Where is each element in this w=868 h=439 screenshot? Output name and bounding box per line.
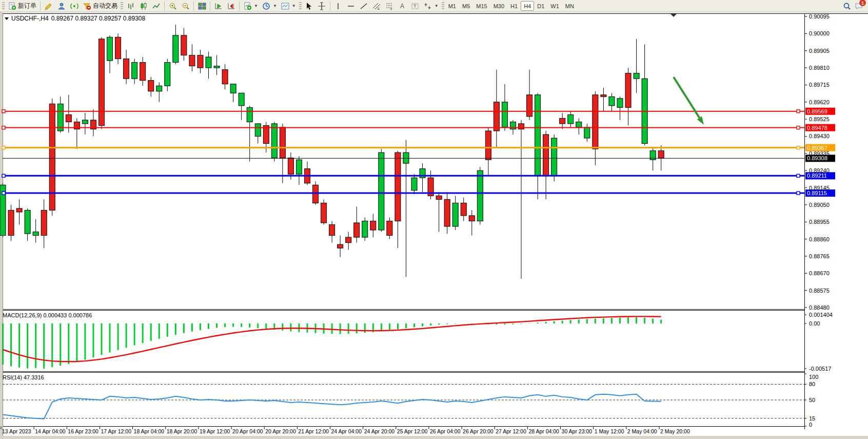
candle[interactable] [181,35,187,55]
candle[interactable] [338,244,343,248]
profile-button[interactable] [55,1,68,11]
candle[interactable] [535,95,541,176]
hline-anchor[interactable] [797,192,800,195]
candle[interactable] [469,216,475,221]
candle[interactable] [568,114,574,124]
candle[interactable] [280,127,285,158]
candle[interactable] [601,95,606,97]
candle[interactable] [560,118,565,124]
crosshair-button[interactable] [315,1,328,11]
hline-anchor[interactable] [2,126,5,129]
new-chart-button[interactable]: ▼ [241,1,260,11]
cursor-button[interactable] [303,1,315,11]
signal-button[interactable] [68,1,81,11]
chat-icon[interactable]: 1 [854,2,863,10]
hline-anchor[interactable] [797,174,800,177]
hline-anchor[interactable] [2,174,5,177]
candle[interactable] [198,55,203,68]
candle[interactable] [527,95,532,117]
text-label-button[interactable]: T [409,1,422,11]
period-button[interactable]: ▼ [260,1,279,11]
candle[interactable] [173,35,179,63]
timeframe-h4-button[interactable]: H4 [521,1,534,11]
candle[interactable] [189,55,195,66]
candle[interactable] [165,63,170,86]
chart-area[interactable]: 0.895690.894780.893670.892110.891150.893… [0,12,868,439]
candle[interactable] [288,158,293,175]
symbol-dropdown-icon[interactable] [5,17,9,20]
candle[interactable] [66,114,71,122]
candle[interactable] [494,102,499,131]
trendline-button[interactable] [358,1,370,11]
candle[interactable] [543,135,549,176]
vertical-line-button[interactable] [332,1,345,11]
arrows-button[interactable]: ▼ [422,1,441,11]
tile-windows-button[interactable] [195,1,208,11]
auto-scroll-button[interactable] [212,1,225,11]
candle[interactable] [140,63,146,81]
candle[interactable] [156,86,162,91]
candle[interactable] [239,93,244,106]
candle[interactable] [148,81,154,91]
candle[interactable] [379,152,384,230]
timeframe-h1-button[interactable]: H1 [507,1,521,11]
hline-anchor[interactable] [797,126,800,129]
candle[interactable] [551,138,557,176]
candle[interactable] [206,57,211,68]
auto-trading-button[interactable]: 自动交易 [81,1,120,11]
candle[interactable] [584,127,590,138]
candle[interactable] [609,97,615,106]
candle[interactable] [403,152,409,163]
candle[interactable] [395,152,401,221]
candle[interactable] [98,39,104,126]
candle[interactable] [8,210,14,235]
crayon-button[interactable] [42,1,55,11]
candle[interactable] [477,170,483,221]
timeframe-m1-button[interactable]: M1 [445,1,459,11]
candle[interactable] [25,210,30,234]
candle[interactable] [124,59,129,79]
candle[interactable] [354,223,360,237]
timeframe-w1-button[interactable]: W1 [547,1,562,11]
candle[interactable] [502,102,507,127]
candle[interactable] [41,210,47,235]
candle[interactable] [411,178,417,190]
search-icon[interactable] [842,2,851,10]
candle[interactable] [115,37,121,59]
candle[interactable] [436,196,442,199]
candle[interactable] [634,73,639,79]
hline-anchor[interactable] [797,146,800,149]
chart-shift-button[interactable] [225,1,238,11]
candle[interactable] [485,131,491,160]
horizontal-line-button[interactable] [345,1,358,11]
timeframe-m15-button[interactable]: M15 [473,1,490,11]
candle[interactable] [296,160,302,174]
candle[interactable] [362,221,368,237]
timeframe-mn-button[interactable]: MN [562,1,577,11]
fibonacci-button[interactable]: F [383,1,396,11]
candle[interactable] [370,221,376,230]
zoom-out-button[interactable] [179,1,192,11]
candle[interactable] [57,104,63,131]
candle[interactable] [132,63,137,79]
candle[interactable] [49,104,55,210]
chart-window[interactable]: 0.895690.894780.893670.892110.891150.893… [0,12,868,439]
hline-anchor[interactable] [2,110,5,113]
timeframe-d1-button[interactable]: D1 [534,1,547,11]
new-order-button[interactable]: 新订单 [6,1,38,11]
candle[interactable] [519,124,524,129]
hline-anchor[interactable] [797,110,800,113]
candle[interactable] [617,99,623,108]
candle[interactable] [16,208,22,212]
candle[interactable] [263,125,269,143]
candle[interactable] [452,203,458,226]
candle[interactable] [461,203,466,216]
candle-chart-button[interactable] [137,1,150,11]
candle[interactable] [82,120,88,124]
candle[interactable] [255,124,261,137]
candle[interactable] [387,221,392,235]
timeframe-m5-button[interactable]: M5 [459,1,473,11]
candle[interactable] [33,232,38,236]
candle[interactable] [593,95,598,149]
timeframe-m30-button[interactable]: M30 [490,1,507,11]
